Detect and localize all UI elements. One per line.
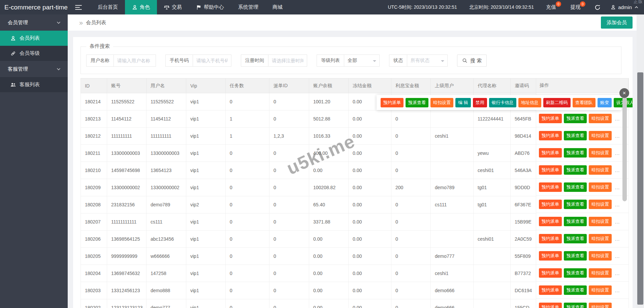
table-cell: ceshi01 <box>474 162 511 179</box>
table-cell: 0.00 <box>309 231 349 248</box>
action-button[interactable]: 暗扣设置 <box>589 234 612 243</box>
more-actions-icon[interactable]: … <box>615 219 620 225</box>
action-button[interactable]: 预约派单 <box>539 148 562 158</box>
action-button[interactable]: 预派查看 <box>564 182 587 192</box>
action-button[interactable]: 查看团队 <box>573 98 595 107</box>
action-button[interactable]: 暗扣设置 <box>589 148 612 158</box>
sidebar-group-1[interactable]: 客服管理 <box>0 61 68 77</box>
more-actions-icon[interactable]: … <box>615 150 620 156</box>
nav-item-3[interactable]: 帮助中心 <box>189 0 231 14</box>
action-button[interactable]: 预约派单 <box>539 114 562 123</box>
action-button[interactable]: 预约派单 <box>539 268 562 278</box>
action-button[interactable]: 暗扣设置 <box>589 251 612 261</box>
search-button[interactable]: 搜 索 <box>457 55 487 67</box>
nav-item-1[interactable]: 角色 <box>125 0 157 14</box>
table-cell: demo777 <box>431 248 474 265</box>
add-member-button[interactable]: 添加会员 <box>601 16 633 29</box>
more-actions-icon[interactable]: … <box>615 287 620 293</box>
action-button[interactable]: 暗扣设置 <box>430 98 453 107</box>
content-card: 条件搜索 用户名称手机号码注册时间等级列表全部状态所有状态搜 索 ID账号用户名… <box>73 37 633 308</box>
action-button[interactable]: 地址信息 <box>518 98 541 107</box>
sidebar-group-0[interactable]: 会员管理 <box>0 14 68 31</box>
action-button[interactable]: 预约派单 <box>539 303 562 308</box>
menu-toggle-icon[interactable] <box>75 5 82 10</box>
action-button[interactable]: 银行卡信息 <box>489 98 516 107</box>
action-button[interactable]: 暗扣设置 <box>589 131 612 140</box>
nav-item-5[interactable]: 商城 <box>265 0 290 14</box>
action-button[interactable]: 预派查看 <box>564 303 587 308</box>
table-cell: vip1 <box>186 128 226 145</box>
more-actions-icon[interactable]: … <box>615 133 620 139</box>
sidebar-item-0-1[interactable]: 会员等级 <box>0 46 68 61</box>
action-button[interactable]: 预派查看 <box>564 200 587 209</box>
table-cell: 0.00 <box>349 248 391 265</box>
member-table-wrap: ID账号用户名Vip任务数派单ID账户余额冻结金额利息宝金额上级用户代理名称邀请… <box>80 78 629 308</box>
action-button[interactable]: 预约派单 <box>539 217 562 226</box>
action-button[interactable]: 暗扣设置 <box>589 200 612 209</box>
action-button[interactable]: 暗扣设置 <box>589 165 612 175</box>
more-actions-icon[interactable]: … <box>615 270 620 276</box>
action-button[interactable]: 暗扣设置 <box>589 268 612 278</box>
action-button[interactable]: 预派查看 <box>564 131 587 140</box>
sidebar-item-1-0[interactable]: 客服列表 <box>0 77 68 92</box>
action-button[interactable]: 预约派单 <box>539 131 562 140</box>
action-button[interactable]: 预约派单 <box>539 182 562 192</box>
breadcrumb-bar: » 会员列表 添加会员 <box>68 14 644 31</box>
nav-item-4[interactable]: 系统管理 <box>231 0 265 14</box>
page-scrollbar-thumb[interactable] <box>637 72 643 305</box>
close-icon[interactable]: ✕ <box>619 88 629 98</box>
more-actions-icon[interactable]: … <box>615 167 620 173</box>
table-cell: 0 <box>269 248 309 265</box>
flag-icon <box>196 5 201 10</box>
action-button[interactable]: 预派查看 <box>564 148 587 158</box>
more-actions-icon[interactable]: … <box>615 202 620 207</box>
table-cell: 0.00 <box>349 299 391 308</box>
action-button[interactable]: 账变 <box>598 98 612 107</box>
action-button[interactable]: 暗扣设置 <box>589 182 612 192</box>
action-button[interactable]: 预派查看 <box>564 217 587 226</box>
action-button[interactable]: 暗扣设置 <box>589 114 612 123</box>
more-actions-icon[interactable]: … <box>615 305 620 308</box>
table-cell: 13698564125 <box>107 231 147 248</box>
action-button[interactable]: 预派查看 <box>406 98 428 107</box>
more-actions-icon[interactable]: … <box>615 184 620 190</box>
quick-link-0[interactable]: 充值0 <box>546 4 556 10</box>
sidebar-group-label: 会员管理 <box>8 20 28 26</box>
field-input-2[interactable] <box>268 55 307 67</box>
action-button[interactable]: 刷新二维码 <box>543 98 571 107</box>
action-button[interactable]: 暗扣设置 <box>589 303 612 308</box>
action-button[interactable]: 预约派单 <box>539 200 562 209</box>
admin-menu[interactable]: admin <box>611 4 639 10</box>
refresh-icon[interactable] <box>594 4 601 10</box>
table-cell: 0 <box>269 110 309 128</box>
field-input-0[interactable] <box>114 55 156 67</box>
action-button[interactable]: 暗扣设置 <box>589 217 612 226</box>
action-button[interactable]: 预约派单 <box>539 234 562 243</box>
nav-item-2[interactable]: 交易 <box>157 0 189 14</box>
sidebar-item-0-0[interactable]: 会员列表 <box>0 31 68 46</box>
more-actions-icon[interactable]: … <box>615 236 620 242</box>
action-button[interactable]: 预约派单 <box>381 98 404 107</box>
action-button[interactable]: 预约派单 <box>539 285 562 295</box>
action-button[interactable]: 预派查看 <box>564 251 587 261</box>
action-button[interactable]: 预派查看 <box>564 268 587 278</box>
quick-link-1[interactable]: 提现0 <box>570 4 580 10</box>
nav-item-0[interactable]: 后台首页 <box>91 0 125 14</box>
action-button[interactable]: 编 辑 <box>455 98 471 107</box>
more-actions-icon[interactable]: … <box>615 116 620 122</box>
action-button[interactable]: 预派查看 <box>564 285 587 295</box>
table-cell: vip1 <box>186 93 226 110</box>
action-button[interactable]: 预派查看 <box>564 234 587 243</box>
field-input-1[interactable] <box>193 55 231 67</box>
action-button[interactable]: 预派查看 <box>564 114 587 123</box>
action-button[interactable]: 预约派单 <box>539 251 562 261</box>
field-select-3[interactable]: 全部 <box>344 55 380 67</box>
action-button[interactable]: 预约派单 <box>539 165 562 175</box>
column-header: 任务数 <box>226 78 269 93</box>
more-actions-icon[interactable]: … <box>615 253 620 259</box>
action-button[interactable]: 禁用 <box>473 98 487 107</box>
field-select-4[interactable]: 所有状态 <box>407 55 448 67</box>
action-button[interactable]: 暗扣设置 <box>589 285 612 295</box>
action-button[interactable]: 预派查看 <box>564 165 587 175</box>
table-scrollbar-thumb[interactable] <box>622 97 627 201</box>
